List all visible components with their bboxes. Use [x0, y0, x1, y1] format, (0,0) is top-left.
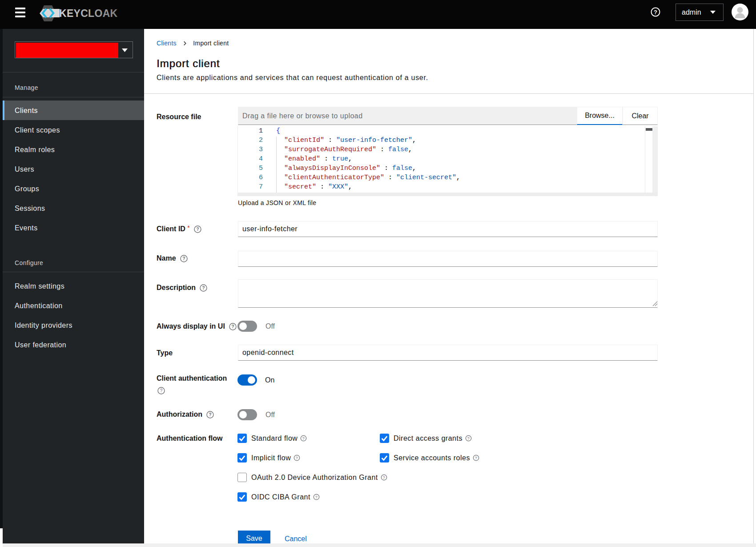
- svg-text:?: ?: [231, 324, 234, 329]
- svg-text:KEYCLOAK: KEYCLOAK: [59, 8, 118, 19]
- svg-text:?: ?: [202, 286, 205, 290]
- svg-text:?: ?: [383, 475, 385, 480]
- svg-text:?: ?: [654, 9, 657, 16]
- svg-text:?: ?: [196, 227, 199, 232]
- svg-text:?: ?: [475, 456, 477, 460]
- svg-text:?: ?: [296, 456, 298, 460]
- svg-text:?: ?: [160, 388, 163, 393]
- svg-text:?: ?: [209, 412, 212, 417]
- svg-text:?: ?: [315, 495, 318, 499]
- svg-text:?: ?: [302, 436, 305, 441]
- svg-text:?: ?: [182, 256, 185, 261]
- svg-text:?: ?: [467, 436, 470, 441]
